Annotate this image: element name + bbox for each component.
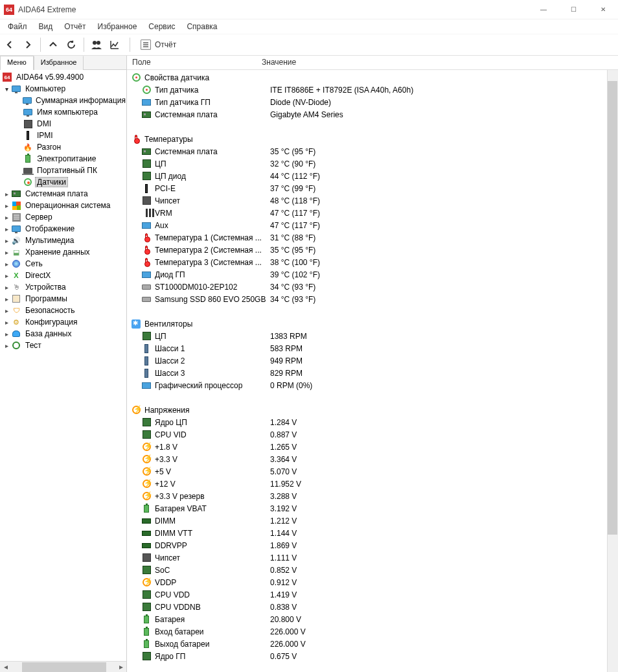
sidebar-tab-favorites[interactable]: Избранное (34, 56, 84, 70)
column-header-value[interactable]: Значение (257, 56, 618, 69)
tree-sensors[interactable]: Датчики (0, 176, 126, 188)
scroll-thumb[interactable] (22, 662, 106, 672)
data-row[interactable]: Вход батареи226.000 V (131, 625, 607, 638)
data-row[interactable]: +1.8 V1.265 V (131, 441, 607, 453)
data-row[interactable]: VRM47 °C (117 °F) (131, 207, 607, 219)
data-row[interactable]: +3.3 V3.364 V (131, 453, 607, 465)
data-row[interactable]: Тип датчика ГПDiode (NV-Diode) (131, 96, 607, 108)
tree-multimedia[interactable]: ▸🔊Мультимедиа (0, 235, 126, 246)
expand-icon[interactable]: ▸ (3, 307, 10, 314)
data-row[interactable]: ЦП32 °C (90 °F) (131, 157, 607, 170)
list-body[interactable]: Свойства датчикаТип датчикаITE IT8686E +… (127, 70, 607, 672)
scroll-right-icon[interactable]: ▸ (115, 662, 126, 673)
menu-service[interactable]: Сервис (143, 21, 180, 32)
expand-icon[interactable]: ▸ (3, 284, 10, 291)
data-row[interactable]: DIMM VTT1.144 V (131, 527, 607, 539)
tree-summary[interactable]: Суммарная информация (0, 95, 126, 106)
back-button[interactable] (3, 38, 17, 52)
data-row[interactable]: +12 V11.952 V (131, 478, 607, 490)
expand-icon[interactable]: ▸ (3, 295, 10, 303)
close-button[interactable]: ✕ (588, 0, 618, 19)
data-row[interactable]: ЦП1383 RPM (131, 330, 607, 342)
expand-icon[interactable]: ▸ (3, 319, 10, 326)
data-row[interactable]: VDDP0.912 V (131, 576, 607, 588)
data-row[interactable]: Aux47 °C (117 °F) (131, 219, 607, 231)
data-row[interactable]: Графический процессор0 RPM (0%) (131, 379, 607, 391)
expand-icon[interactable]: ▸ (3, 237, 10, 244)
maximize-button[interactable]: ☐ (558, 0, 588, 19)
tree-portable[interactable]: Портативный ПК (0, 165, 126, 176)
tree-storage[interactable]: ▸⬓Хранение данных (0, 246, 126, 258)
nav-tree[interactable]: 64 AIDA64 v5.99.4900 ▾ Компьютер Суммарн… (0, 70, 126, 661)
tree-dmi[interactable]: DMI (0, 118, 126, 130)
data-row[interactable]: ST1000DM010-2EP10234 °C (93 °F) (131, 281, 607, 293)
data-row[interactable]: Системная плата35 °C (95 °F) (131, 145, 607, 157)
refresh-button[interactable] (64, 38, 78, 52)
group-header[interactable]: Температуры (131, 133, 607, 145)
expand-icon[interactable]: ▸ (3, 261, 10, 268)
data-row[interactable]: Тип датчикаITE IT8686E + IT8792E (ISA A4… (131, 84, 607, 96)
data-row[interactable]: Батарея20.800 V (131, 613, 607, 625)
graph-button[interactable] (108, 38, 122, 52)
expand-icon[interactable]: ▸ (3, 342, 10, 349)
data-row[interactable]: CPU VDD1.419 V (131, 588, 607, 601)
group-header[interactable]: Свойства датчика (131, 71, 607, 84)
expand-icon[interactable]: ▸ (3, 249, 10, 256)
expand-icon[interactable]: ▸ (3, 202, 10, 209)
data-row[interactable]: Батарея VBAT3.192 V (131, 502, 607, 515)
data-row[interactable]: Температура 2 (Системная ...35 °C (95 °F… (131, 244, 607, 256)
tree-test[interactable]: ▸Тест (0, 340, 126, 351)
data-row[interactable]: PCI-E37 °C (99 °F) (131, 182, 607, 194)
group-header[interactable]: Напряжения (131, 404, 607, 416)
sidebar-tab-menu[interactable]: Меню (0, 56, 34, 70)
sidebar-scrollbar-horizontal[interactable]: ◂ ▸ (0, 661, 126, 672)
expand-icon[interactable]: ▸ (3, 214, 10, 221)
tree-security[interactable]: ▸🛡Безопасность (0, 305, 126, 316)
data-row[interactable]: ЦП диод44 °C (112 °F) (131, 170, 607, 182)
menu-view[interactable]: Вид (34, 21, 58, 32)
tree-motherboard[interactable]: ▸Системная плата (0, 188, 126, 200)
data-row[interactable]: Шасси 3829 RPM (131, 367, 607, 379)
tree-power[interactable]: Электропитание (0, 153, 126, 165)
tree-computer-name[interactable]: Имя компьютера (0, 106, 126, 118)
tree-network[interactable]: ▸Сеть (0, 258, 126, 270)
tree-config[interactable]: ▸⚙Конфигурация (0, 316, 126, 328)
data-row[interactable]: Выход батареи226.000 V (131, 638, 607, 650)
up-button[interactable] (46, 38, 60, 52)
tree-root[interactable]: 64 AIDA64 v5.99.4900 (0, 71, 126, 83)
data-row[interactable]: Температура 3 (Системная ...38 °C (100 °… (131, 256, 607, 268)
data-row[interactable]: DDRVPP1.869 V (131, 539, 607, 551)
data-row[interactable]: CPU VID0.887 V (131, 428, 607, 441)
data-row[interactable]: CPU VDDNB0.838 V (131, 601, 607, 613)
data-row[interactable]: Чипсет48 °C (118 °F) (131, 194, 607, 207)
data-row[interactable]: Температура 1 (Системная ...31 °C (88 °F… (131, 231, 607, 244)
data-row[interactable]: Ядро ГП0.675 V (131, 650, 607, 662)
tree-database[interactable]: ▸База данных (0, 328, 126, 340)
tree-os[interactable]: ▸Операционная система (0, 200, 126, 211)
report-button[interactable]: Отчёт (135, 38, 181, 51)
expand-icon[interactable]: ▸ (3, 226, 10, 233)
scroll-thumb[interactable] (608, 81, 617, 535)
data-row[interactable]: Диод ГП39 °C (102 °F) (131, 268, 607, 281)
tree-directx[interactable]: ▸XDirectX (0, 270, 126, 281)
menu-file[interactable]: Файл (3, 21, 32, 32)
data-row[interactable]: SoC0.852 V (131, 564, 607, 576)
users-button[interactable] (89, 38, 104, 52)
tree-computer[interactable]: ▾ Компьютер (0, 83, 126, 95)
menu-help[interactable]: Справка (181, 21, 222, 32)
tree-overclock[interactable]: 🔥Разгон (0, 141, 126, 153)
expand-icon[interactable]: ▸ (3, 330, 10, 338)
data-row[interactable]: Чипсет1.111 V (131, 551, 607, 564)
tree-display[interactable]: ▸Отображение (0, 223, 126, 235)
scroll-left-icon[interactable]: ◂ (0, 662, 11, 673)
forward-button[interactable] (21, 38, 35, 52)
content-scrollbar-vertical[interactable] (607, 70, 618, 672)
data-row[interactable]: Шасси 1583 RPM (131, 342, 607, 354)
menu-report[interactable]: Отчёт (59, 21, 91, 32)
menu-favorites[interactable]: Избранное (93, 21, 143, 32)
data-row[interactable]: Ядро ЦП1.284 V (131, 416, 607, 428)
group-header[interactable]: Вентиляторы (131, 318, 607, 330)
data-row[interactable]: Шасси 2949 RPM (131, 354, 607, 367)
expand-icon[interactable]: ▸ (3, 272, 10, 279)
tree-ipmi[interactable]: IPMI (0, 130, 126, 141)
